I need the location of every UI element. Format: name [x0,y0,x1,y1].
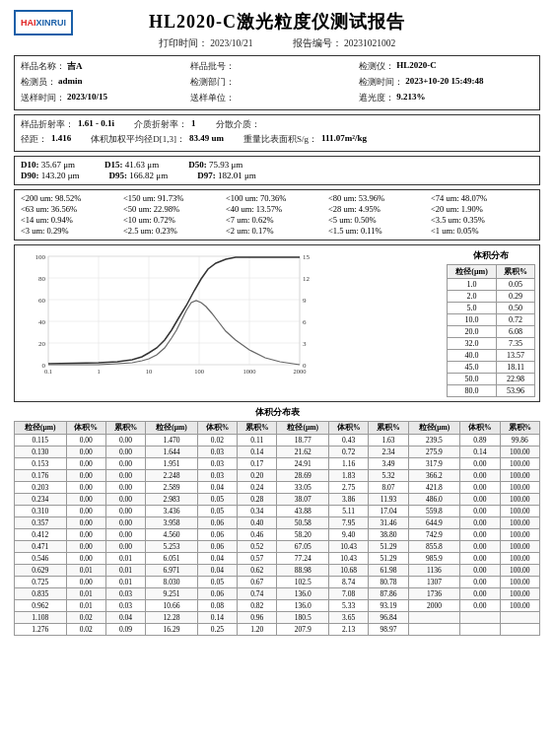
svg-rect-0 [48,256,300,365]
obscuration: 遮光度： 9.213% [359,91,528,105]
data-table-row: 0.9620.010.0310.660.080.82136.05.3393.19… [15,600,540,612]
data-table-row: 0.3100.000.003.4360.050.3443.885.1117.04… [15,506,540,517]
data-table-title: 体积分布表 [14,406,540,419]
report-subheader: 打印时间： 2023/10/21 报告编号： 20231021002 [14,37,540,50]
sample-info-section: 样品名称： 吉A 样品批号： 检测仪： HL2020-C 检测员： admin … [14,55,540,110]
data-table-row: 0.5460.000.016.0510.040.5777.2410.4351.2… [15,553,540,565]
d95: D95: 166.82 μm [109,171,169,180]
vol-mean-dia: 体积加权平均径D[1,3]： 83.49 um [91,133,224,146]
svg-text:1000: 1000 [243,368,256,375]
dist-table-row: 40.013.57 [448,350,535,362]
d-row1: D10: 35.67 μm D15: 41.63 μm D50: 75.93 μ… [21,160,533,170]
d10: D10: 35.67 μm [21,160,75,170]
dist-table-row: 10.00.72 [448,314,535,326]
params-row2: 径距： 1.416 体积加权平均径D[1,3]： 83.49 um 重量比表面积… [21,133,533,146]
dist-table-title: 体积分布 [447,249,535,262]
data-table-row: 0.4120.000.004.5600.060.4658.209.4038.80… [15,529,540,541]
data-table-row: 0.8350.010.039.2510.060.74136.07.0887.86… [15,588,540,600]
svg-text:10: 10 [146,368,153,375]
chart-area: 0 20 40 60 80 100 0 3 6 9 12 15 0.1 1 10… [19,249,441,378]
report-title: HL2020-C激光粒度仪测试报告 [149,10,405,34]
report-header: HAIXINRUI HL2020-C激光粒度仪测试报告 [14,10,540,34]
svg-text:60: 60 [38,297,46,305]
sample-info-row2: 检测员： admin 检测部门： 检测时间： 2023+10-20 15:49:… [21,75,533,90]
chart-section: 0 20 40 60 80 100 0 3 6 9 12 15 0.1 1 10… [14,244,540,402]
instrument: 检测仪： HL2020-C [359,59,528,74]
svg-text:20: 20 [38,340,46,348]
pct-row3: <14 um: 0.94% <10 um: 0.72% <7 um: 0.62%… [21,215,533,225]
params-row1: 样品折射率： 1.61 - 0.1i 介质折射率： 1 分散介质： [21,118,533,131]
dist-table-row: 50.022.98 [448,374,535,385]
report-no: 报告编号： 20231021002 [293,37,396,50]
sample-ri: 样品折射率： 1.61 - 0.1i [21,118,114,131]
svg-text:80: 80 [38,275,46,283]
d15: D15: 41.63 μm [104,160,159,170]
chart-svg: 0 20 40 60 80 100 0 3 6 9 12 15 0.1 1 10… [19,251,334,379]
svg-text:12: 12 [303,275,311,283]
pct-row4: <3 um: 0.29% <2.5 um: 0.23% <2 um: 0.17%… [21,226,533,236]
data-table-row: 1.2760.020.0916.290.251.20207.92.1398.97 [15,624,540,636]
dispersion-medium: 分散介质： [216,118,264,131]
submit-time: 送样时间： 2023/10/15 [21,91,190,105]
dist-table-row: 32.07.35 [448,338,535,350]
d-row2: D90: 143.20 μm D95: 166.82 μm D97: 182.0… [21,171,533,180]
data-table-row: 0.2340.000.002.9830.050.2838.073.8611.93… [15,494,540,506]
svg-text:1: 1 [97,368,100,375]
dist-table-content: 粒径(μm) 累积% 1.00.052.00.295.00.5010.00.72… [447,264,535,397]
surface-area: 重量比表面积S/g： 111.07m²/kg [243,133,367,146]
data-table-row: 0.1760.000.002.2480.030.2028.691.835.323… [15,470,540,482]
svg-text:100: 100 [35,253,46,261]
dist-table: 体积分布 粒径(μm) 累积% 1.00.052.00.295.00.5010.… [447,249,535,397]
data-table-section: 体积分布表 粒径(μm) 体积% 累积% 粒径(μm) 体积% 累积% 粒径(μ… [14,406,540,636]
print-time: 打印时间： 2023/10/21 [159,37,253,50]
sample-batch: 样品批号： [190,59,360,74]
sample-name: 样品名称： 吉A [21,59,190,74]
inspector: 检测员： admin [21,75,190,90]
svg-text:15: 15 [303,253,311,261]
dist-table-row: 20.06.08 [448,326,535,338]
svg-text:40: 40 [38,318,46,326]
dist-table-row: 5.00.50 [448,303,535,314]
sample-info-row3: 送样时间： 2023/10/15 送样单位： 遮光度： 9.213% [21,91,533,105]
data-table-row: 0.4710.000.005.2530.060.5267.0510.4351.2… [15,541,540,553]
submit-unit: 送样单位： [190,91,360,105]
data-table: 粒径(μm) 体积% 累积% 粒径(μm) 体积% 累积% 粒径(μm) 体积%… [14,421,540,636]
data-table-row: 0.6290.010.016.9710.040.6288.9810.6861.9… [15,565,540,577]
pct-row1: <200 um: 98.52% <150 um: 91.73% <100 um:… [21,193,533,203]
percent-section: <200 um: 98.52% <150 um: 91.73% <100 um:… [14,189,540,241]
data-table-row: 0.2030.000.002.5890.040.2433.052.758.074… [15,482,540,494]
pct-row2: <63 um: 36.56% <50 um: 22.98% <40 um: 13… [21,204,533,214]
dist-table-row: 1.00.05 [448,279,535,291]
svg-text:100: 100 [194,368,204,375]
department: 检测部门： [190,75,360,90]
sample-info-row1: 样品名称： 吉A 样品批号： 检测仪： HL2020-C [21,59,533,74]
detect-time: 检测时间： 2023+10-20 15:49:48 [359,75,528,90]
svg-text:2000: 2000 [294,368,307,375]
data-table-row: 0.1150.000.001.4700.020.1118.770.431.632… [15,435,540,447]
params-section: 样品折射率： 1.61 - 0.1i 介质折射率： 1 分散介质： 径距： 1.… [14,114,540,152]
company-logo: HAIXINRUI [14,10,73,37]
data-table-row: 0.3570.000.003.9580.060.4050.587.9531.46… [15,517,540,529]
data-table-row: 0.7250.000.018.0300.050.67102.58.7480.78… [15,577,540,588]
medium-ri: 介质折射率： 1 [134,118,196,131]
svg-text:0.1: 0.1 [44,368,52,375]
data-table-row: 0.1530.000.001.9510.030.1724.911.163.493… [15,458,540,470]
d50: D50: 75.93 μm [188,160,242,170]
dist-table-row: 80.053.96 [448,385,535,397]
report-page: HAIXINRUI HL2020-C激光粒度仪测试报告 打印时间： 2023/1… [0,0,554,646]
dist-table-row: 2.00.29 [448,291,535,303]
dist-table-row: 45.018.11 [448,362,535,374]
data-table-row: 0.1300.000.001.6440.030.1421.620.722.342… [15,447,540,458]
svg-text:9: 9 [303,297,307,305]
d90: D90: 143.20 μm [21,171,80,180]
d-values-section: D10: 35.67 μm D15: 41.63 μm D50: 75.93 μ… [14,156,540,185]
d97: D97: 182.01 μm [197,171,256,180]
svg-text:6: 6 [303,318,307,326]
data-table-row: 1.1080.020.0412.280.140.96180.53.6596.84 [15,612,540,624]
svg-text:3: 3 [303,340,307,348]
span: 径距： 1.416 [21,133,71,146]
